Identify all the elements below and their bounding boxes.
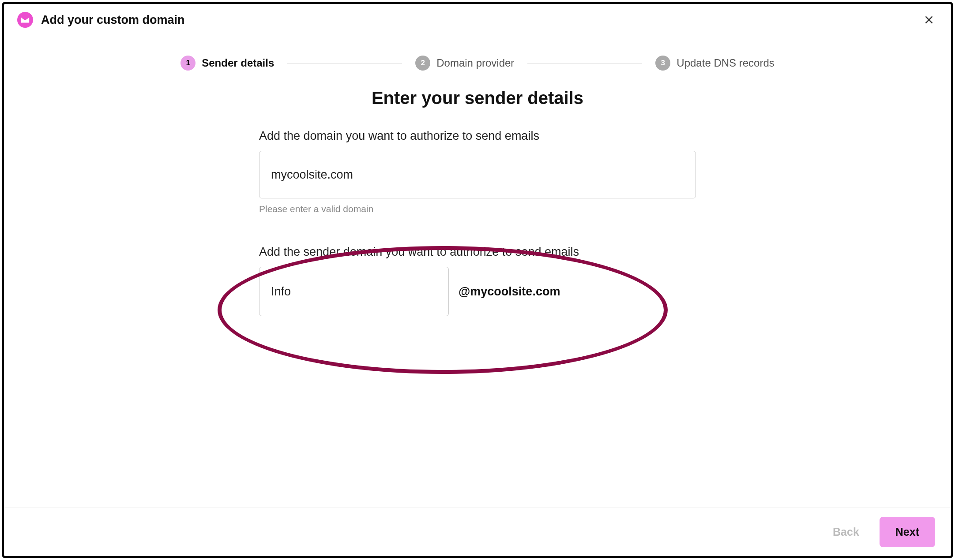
- close-button[interactable]: [921, 12, 937, 28]
- domain-label: Add the domain you want to authorize to …: [259, 129, 696, 143]
- sender-domain-suffix: @mycoolsite.com: [459, 285, 560, 299]
- step-label: Domain provider: [436, 57, 514, 69]
- modal-header: Add your custom domain: [4, 4, 951, 36]
- next-button[interactable]: Next: [880, 517, 935, 547]
- step-domain-provider[interactable]: 2 Domain provider: [415, 56, 514, 71]
- sender-label: Add the sender domain you want to author…: [259, 245, 696, 259]
- sender-input[interactable]: [259, 267, 449, 316]
- close-icon: [923, 14, 935, 26]
- step-sender-details[interactable]: 1 Sender details: [180, 56, 274, 71]
- step-number: 1: [180, 56, 196, 71]
- envelope-icon: [20, 15, 30, 25]
- modal-footer: Back Next: [4, 508, 951, 556]
- main-content: Enter your sender details Add the domain…: [4, 84, 951, 508]
- back-button[interactable]: Back: [817, 517, 875, 547]
- sender-row: @mycoolsite.com: [259, 267, 696, 316]
- form-container: Add the domain you want to authorize to …: [259, 129, 696, 316]
- step-number: 2: [415, 56, 430, 71]
- page-title: Enter your sender details: [372, 88, 583, 108]
- step-label: Sender details: [202, 57, 274, 69]
- modal-title: Add your custom domain: [41, 13, 185, 27]
- step-connector: [287, 63, 402, 63]
- step-number: 3: [655, 56, 670, 71]
- step-connector: [527, 63, 642, 63]
- brand-logo: [17, 12, 33, 28]
- domain-input[interactable]: [259, 151, 696, 198]
- domain-help-text: Please enter a valid domain: [259, 204, 696, 214]
- step-label: Update DNS records: [677, 57, 774, 69]
- stepper: 1 Sender details 2 Domain provider 3 Upd…: [4, 36, 951, 84]
- step-update-dns[interactable]: 3 Update DNS records: [655, 56, 774, 71]
- modal-frame: Add your custom domain 1 Sender details …: [2, 2, 953, 558]
